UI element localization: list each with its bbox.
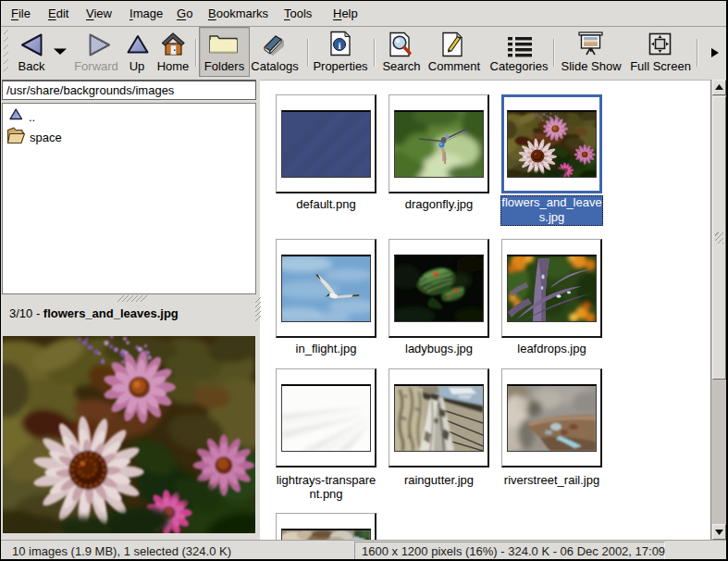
- svg-text:i: i: [338, 40, 340, 51]
